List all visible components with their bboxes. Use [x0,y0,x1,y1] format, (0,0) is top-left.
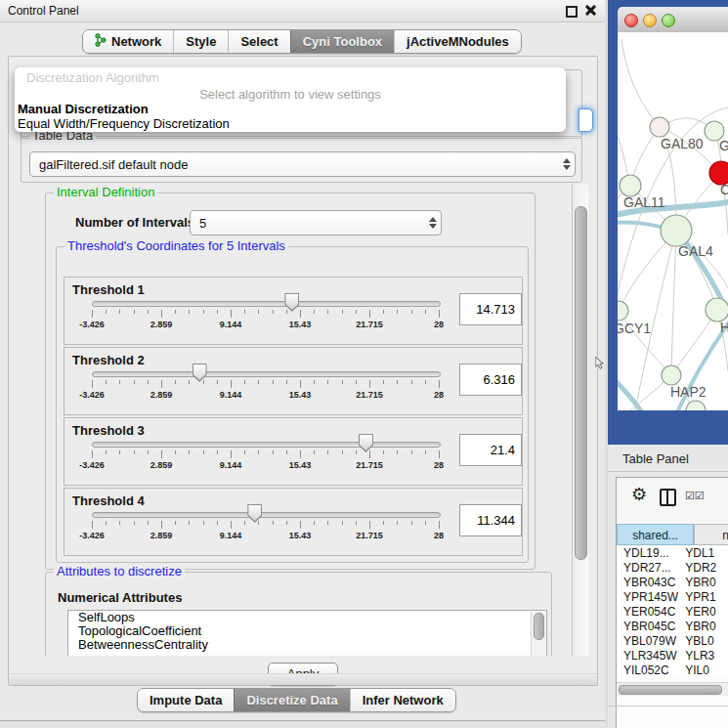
thresholds-group: Threshold's Coordinates for 5 Intervals … [56,246,529,563]
split-columns-icon[interactable] [660,489,676,506]
tab-style-label: Style [186,34,216,49]
minimize-traffic-light[interactable] [643,14,657,27]
cell-name[interactable]: YBR0 [680,576,728,590]
attributes-group: Attributes to discretize Numerical Attri… [45,572,552,656]
column-header-name[interactable]: na [694,524,728,545]
close-icon[interactable] [585,5,596,16]
network-node-gal4[interactable] [661,215,692,246]
tick-label: 15.43 [289,390,312,400]
tab-jactivemnodules[interactable]: jActiveMNodules [394,30,521,53]
cell-name[interactable]: YLR3 [680,649,728,664]
apply-button[interactable]: Apply [268,663,338,686]
scrollbar-thumb[interactable] [575,206,587,560]
cell-name[interactable]: YER0 [680,605,728,620]
network-window-titlebar[interactable] [618,7,728,33]
algorithm-combo[interactable] [578,108,593,132]
table-row-ybl079w[interactable]: YBL079WYBL0 [617,634,728,649]
popup-option-manual-discretization[interactable]: Manual Discretization [18,102,149,116]
cell-shared-name[interactable]: YDR27... [617,561,680,576]
threshold-panel-2: Threshold 2-3.4262.8599.14415.4321.71528… [64,347,523,415]
cell-name[interactable]: YBL0 [680,634,728,649]
tick-label: -3.426 [79,460,105,470]
bottom-tab-impute-data[interactable]: Impute Data [138,689,234,711]
tab-cyni-toolbox[interactable]: Cyni Toolbox [290,30,394,53]
table-panel-divider [608,471,728,472]
settings-vertical-scrollbar[interactable] [572,185,588,656]
cell-name[interactable]: YIL0 [680,664,728,675]
network-node-gal80[interactable] [650,117,669,137]
select-columns-checkboxes-icon[interactable]: ☑☑ [685,490,705,502]
network-canvas[interactable]: GAL80GACGAL11GAL4GCY1HHAP2 [618,32,728,410]
table-row-yer054c[interactable]: YER054CYER0 [617,605,728,620]
cell-shared-name[interactable]: YBR045C [617,620,680,634]
slider-ticks [92,450,439,459]
tick-label: 28 [434,460,444,470]
slider-track[interactable] [92,442,441,448]
slider-track[interactable] [92,512,441,518]
numerical-attributes-list[interactable]: SelfLoopsTopologicalCoefficientBetweenne… [67,610,547,656]
network-node-hap2[interactable] [662,365,681,385]
tick-label: 2.859 [150,460,173,470]
table-row-ylr345w[interactable]: YLR345WYLR3 [617,649,728,664]
tab-network[interactable]: Network [83,30,173,53]
zoom-traffic-light[interactable] [662,14,675,27]
table-data-combo[interactable]: galFiltered.sif default node [29,151,576,177]
table-row-ydl19[interactable]: YDL19...YDL1 [617,546,728,561]
cell-name[interactable]: YDR2 [680,561,728,576]
popup-option-equal-width-frequency[interactable]: Equal Width/Frequency Discretization [18,116,230,131]
column-header-shared-name[interactable]: shared... [617,524,694,545]
table-rows[interactable]: YDL19...YDL1YDR27...YDR2YBR043CYBR0YPR14… [617,546,728,675]
table-row-ybr043c[interactable]: YBR043CYBR0 [617,576,728,590]
settings-gear-icon[interactable]: ⚙ [631,484,647,504]
algorithm-popup-hint: Select algorithm to view settings [15,87,566,102]
table-toolbar: ⚙ ☑☑ [617,478,728,523]
bottom-tab-infer-network[interactable]: Infer Network [350,689,455,711]
algorithm-dropdown-popup: Discretization Algorithm Select algorith… [15,67,566,132]
bottom-tab-bar: Impute DataDiscretize DataInfer Network [137,688,456,712]
network-node-gcy1[interactable] [618,301,628,321]
tick-label: 2.859 [150,320,173,329]
threshold-value-field[interactable]: 21.4 [459,434,522,466]
number-of-intervals-combo[interactable]: 5 [190,210,442,236]
cell-shared-name[interactable]: YDL19... [617,546,680,561]
cell-shared-name[interactable]: YLR345W [617,649,680,664]
cell-shared-name[interactable]: YER054C [617,605,680,620]
node-label-gal80: GAL80 [661,136,704,151]
table-row-yil052c[interactable]: YIL052CYIL0 [617,664,728,675]
threshold-label: Threshold 2 [72,353,145,367]
slider-track[interactable] [92,301,441,307]
table-row-ypr145w[interactable]: YPR145WYPR1 [617,590,728,605]
cell-shared-name[interactable]: YIL052C [617,664,680,675]
tab-select[interactable]: Select [228,30,289,53]
table-row-ybr045c[interactable]: YBR045CYBR0 [617,620,728,634]
window-title: Control Panel [8,4,79,18]
attribute-item-selfloops[interactable]: SelfLoops [68,611,546,624]
table-horizontal-scrollbar[interactable] [617,682,728,696]
tick-label: 2.859 [150,390,173,400]
bottom-tab-discretize-data[interactable]: Discretize Data [234,689,349,711]
threshold-value-field[interactable]: 11.344 [459,504,522,536]
threshold-value-field[interactable]: 14.713 [459,293,522,325]
float-window-icon[interactable] [566,6,578,18]
cell-shared-name[interactable]: YPR145W [617,590,680,605]
network-node-h[interactable] [706,298,728,321]
threshold-value-field[interactable]: 6.316 [459,364,522,396]
cell-name[interactable]: YPR1 [680,590,728,605]
cell-shared-name[interactable]: YBR043C [617,576,680,590]
node-label-ga: GA [719,138,728,153]
close-traffic-light[interactable] [624,14,638,27]
scrollbar-thumb[interactable] [619,685,722,695]
cell-name[interactable]: YDL1 [680,546,728,561]
tab-style[interactable]: Style [173,30,228,53]
cell-shared-name[interactable]: YBL079W [617,634,680,649]
table-row-ydr27[interactable]: YDR27...YDR2 [617,561,728,576]
network-node-gal11[interactable] [620,175,641,196]
attributes-list-scrollbar[interactable] [531,612,545,656]
cell-name[interactable]: YBR0 [680,620,728,634]
number-of-intervals-value: 5 [191,216,425,231]
attribute-item-topologicalcoefficient[interactable]: TopologicalCoefficient [68,624,546,638]
network-node[interactable] [686,401,706,410]
slider-track[interactable] [92,371,441,377]
attribute-item-betweennesscentrality[interactable]: BetweennessCentrality [68,638,546,652]
node-label-hap2: HAP2 [670,384,707,400]
